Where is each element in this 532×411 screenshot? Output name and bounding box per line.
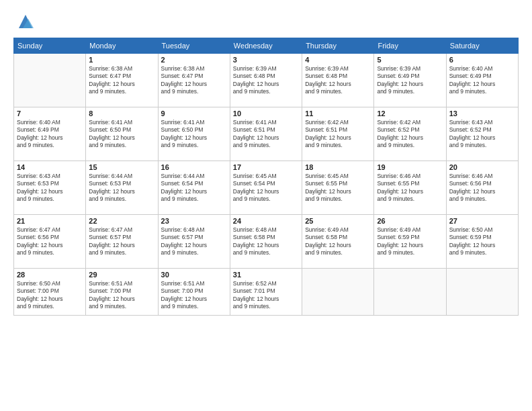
calendar-week-row: 28Sunrise: 6:50 AM Sunset: 7:00 PM Dayli… — [14, 269, 519, 316]
day-number: 25 — [305, 217, 371, 225]
calendar-day-cell: 13Sunrise: 6:43 AM Sunset: 6:52 PM Dayli… — [446, 107, 518, 161]
day-number: 9 — [161, 109, 227, 118]
calendar-header-row: SundayMondayTuesdayWednesdayThursdayFrid… — [14, 38, 519, 54]
day-info: Sunrise: 6:46 AM Sunset: 6:55 PM Dayligh… — [377, 173, 443, 203]
day-info: Sunrise: 6:47 AM Sunset: 6:57 PM Dayligh… — [89, 226, 154, 257]
day-info: Sunrise: 6:43 AM Sunset: 6:53 PM Dayligh… — [17, 173, 83, 203]
day-number: 13 — [449, 109, 515, 118]
day-info: Sunrise: 6:49 AM Sunset: 6:58 PM Dayligh… — [305, 226, 371, 257]
day-number: 8 — [89, 109, 154, 118]
calendar-day-cell: 28Sunrise: 6:50 AM Sunset: 7:00 PM Dayli… — [14, 269, 86, 316]
day-info: Sunrise: 6:44 AM Sunset: 6:53 PM Dayligh… — [89, 173, 154, 203]
day-number: 3 — [233, 56, 299, 64]
day-info: Sunrise: 6:51 AM Sunset: 7:00 PM Dayligh… — [161, 280, 227, 311]
day-info: Sunrise: 6:39 AM Sunset: 6:49 PM Dayligh… — [377, 65, 443, 96]
calendar-week-row: 21Sunrise: 6:47 AM Sunset: 6:56 PM Dayli… — [14, 215, 519, 269]
day-number: 6 — [449, 56, 515, 64]
calendar-week-row: 7Sunrise: 6:40 AM Sunset: 6:49 PM Daylig… — [14, 107, 519, 161]
day-number: 31 — [233, 271, 299, 279]
day-info: Sunrise: 6:48 AM Sunset: 6:58 PM Dayligh… — [233, 226, 299, 257]
day-info: Sunrise: 6:50 AM Sunset: 6:59 PM Dayligh… — [449, 226, 515, 257]
calendar-day-cell: 11Sunrise: 6:42 AM Sunset: 6:51 PM Dayli… — [302, 107, 374, 161]
day-number: 19 — [377, 163, 443, 171]
day-info: Sunrise: 6:49 AM Sunset: 6:59 PM Dayligh… — [377, 226, 443, 257]
calendar-day-cell — [14, 54, 86, 107]
calendar-table: SundayMondayTuesdayWednesdayThursdayFrid… — [13, 38, 519, 316]
calendar-day-cell: 30Sunrise: 6:51 AM Sunset: 7:00 PM Dayli… — [158, 269, 230, 316]
calendar-week-row: 14Sunrise: 6:43 AM Sunset: 6:53 PM Dayli… — [14, 161, 519, 215]
day-number: 11 — [305, 109, 371, 118]
day-number: 16 — [161, 163, 227, 171]
calendar-day-cell: 20Sunrise: 6:46 AM Sunset: 6:56 PM Dayli… — [446, 161, 518, 215]
calendar-day-cell: 23Sunrise: 6:48 AM Sunset: 6:57 PM Dayli… — [158, 215, 230, 269]
calendar-day-cell: 1Sunrise: 6:38 AM Sunset: 6:47 PM Daylig… — [86, 54, 158, 107]
day-info: Sunrise: 6:39 AM Sunset: 6:48 PM Dayligh… — [305, 65, 371, 96]
day-number: 30 — [161, 271, 227, 279]
day-number: 24 — [233, 217, 299, 225]
day-info: Sunrise: 6:52 AM Sunset: 7:01 PM Dayligh… — [233, 280, 299, 311]
day-info: Sunrise: 6:38 AM Sunset: 6:47 PM Dayligh… — [89, 65, 154, 96]
day-number: 2 — [161, 56, 227, 64]
calendar-day-cell: 16Sunrise: 6:44 AM Sunset: 6:54 PM Dayli… — [158, 161, 230, 215]
calendar-day-cell — [374, 269, 446, 316]
day-number: 28 — [17, 271, 83, 279]
calendar-day-cell: 31Sunrise: 6:52 AM Sunset: 7:01 PM Dayli… — [230, 269, 302, 316]
day-info: Sunrise: 6:48 AM Sunset: 6:57 PM Dayligh… — [161, 226, 227, 257]
weekday-header: Saturday — [446, 38, 518, 54]
day-number: 1 — [89, 56, 154, 64]
day-info: Sunrise: 6:39 AM Sunset: 6:48 PM Dayligh… — [233, 65, 299, 96]
calendar-day-cell: 25Sunrise: 6:49 AM Sunset: 6:58 PM Dayli… — [302, 215, 374, 269]
calendar-day-cell: 15Sunrise: 6:44 AM Sunset: 6:53 PM Dayli… — [86, 161, 158, 215]
weekday-header: Wednesday — [230, 38, 302, 54]
weekday-header: Sunday — [14, 38, 86, 54]
day-info: Sunrise: 6:50 AM Sunset: 7:00 PM Dayligh… — [17, 280, 83, 311]
logo — [13, 12, 35, 31]
calendar-day-cell — [446, 269, 518, 316]
day-info: Sunrise: 6:45 AM Sunset: 6:55 PM Dayligh… — [305, 173, 371, 203]
day-number: 17 — [233, 163, 299, 171]
day-info: Sunrise: 6:40 AM Sunset: 6:49 PM Dayligh… — [17, 119, 83, 150]
day-number: 27 — [449, 217, 515, 225]
day-number: 15 — [89, 163, 154, 171]
logo-icon — [16, 12, 35, 31]
day-number: 5 — [377, 56, 443, 64]
day-info: Sunrise: 6:51 AM Sunset: 7:00 PM Dayligh… — [89, 280, 154, 311]
day-info: Sunrise: 6:41 AM Sunset: 6:50 PM Dayligh… — [161, 119, 227, 150]
calendar-day-cell: 5Sunrise: 6:39 AM Sunset: 6:49 PM Daylig… — [374, 54, 446, 107]
calendar-day-cell: 8Sunrise: 6:41 AM Sunset: 6:50 PM Daylig… — [86, 107, 158, 161]
day-number: 29 — [89, 271, 154, 279]
calendar-day-cell: 29Sunrise: 6:51 AM Sunset: 7:00 PM Dayli… — [86, 269, 158, 316]
weekday-header: Thursday — [302, 38, 374, 54]
day-number: 23 — [161, 217, 227, 225]
page: SundayMondayTuesdayWednesdayThursdayFrid… — [0, 0, 532, 411]
calendar-day-cell: 17Sunrise: 6:45 AM Sunset: 6:54 PM Dayli… — [230, 161, 302, 215]
calendar-week-row: 1Sunrise: 6:38 AM Sunset: 6:47 PM Daylig… — [14, 54, 519, 107]
calendar-day-cell: 10Sunrise: 6:41 AM Sunset: 6:51 PM Dayli… — [230, 107, 302, 161]
day-info: Sunrise: 6:44 AM Sunset: 6:54 PM Dayligh… — [161, 173, 227, 203]
day-number: 4 — [305, 56, 371, 64]
weekday-header: Monday — [86, 38, 158, 54]
day-info: Sunrise: 6:42 AM Sunset: 6:52 PM Dayligh… — [377, 119, 443, 150]
day-info: Sunrise: 6:41 AM Sunset: 6:50 PM Dayligh… — [89, 119, 154, 150]
day-info: Sunrise: 6:41 AM Sunset: 6:51 PM Dayligh… — [233, 119, 299, 150]
day-number: 26 — [377, 217, 443, 225]
calendar-day-cell — [302, 269, 374, 316]
calendar-day-cell: 4Sunrise: 6:39 AM Sunset: 6:48 PM Daylig… — [302, 54, 374, 107]
day-number: 14 — [17, 163, 83, 171]
day-number: 22 — [89, 217, 154, 225]
day-number: 21 — [17, 217, 83, 225]
day-info: Sunrise: 6:45 AM Sunset: 6:54 PM Dayligh… — [233, 173, 299, 203]
calendar-day-cell: 24Sunrise: 6:48 AM Sunset: 6:58 PM Dayli… — [230, 215, 302, 269]
day-number: 10 — [233, 109, 299, 118]
calendar-day-cell: 21Sunrise: 6:47 AM Sunset: 6:56 PM Dayli… — [14, 215, 86, 269]
day-number: 20 — [449, 163, 515, 171]
calendar-day-cell: 27Sunrise: 6:50 AM Sunset: 6:59 PM Dayli… — [446, 215, 518, 269]
header — [13, 12, 519, 31]
day-number: 18 — [305, 163, 371, 171]
calendar-day-cell: 26Sunrise: 6:49 AM Sunset: 6:59 PM Dayli… — [374, 215, 446, 269]
day-info: Sunrise: 6:40 AM Sunset: 6:49 PM Dayligh… — [449, 65, 515, 96]
day-info: Sunrise: 6:43 AM Sunset: 6:52 PM Dayligh… — [449, 119, 515, 150]
day-number: 12 — [377, 109, 443, 118]
calendar-day-cell: 3Sunrise: 6:39 AM Sunset: 6:48 PM Daylig… — [230, 54, 302, 107]
calendar-day-cell: 7Sunrise: 6:40 AM Sunset: 6:49 PM Daylig… — [14, 107, 86, 161]
